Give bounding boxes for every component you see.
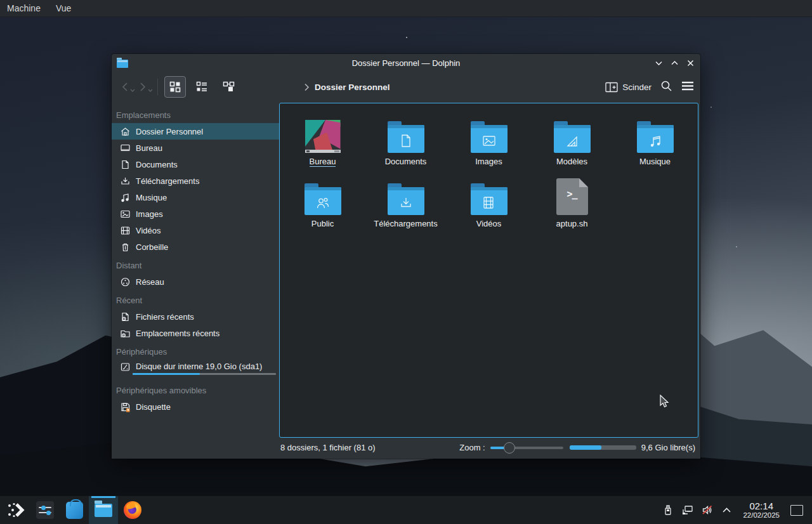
titlebar[interactable]: Dossier Personnel — Dolphin — [112, 54, 700, 72]
sidebar-item-image[interactable]: Images — [112, 206, 279, 222]
menu-machine[interactable]: Machine — [0, 0, 48, 16]
menu-vue[interactable]: Vue — [48, 0, 79, 16]
forward-history-caret[interactable] — [148, 83, 153, 95]
sidebar-item-trash[interactable]: Corbeille — [112, 239, 279, 255]
maximize-button[interactable] — [669, 58, 679, 68]
icons-view-button[interactable] — [164, 76, 186, 98]
minimize-button[interactable] — [653, 58, 664, 68]
folder-templates-icon — [554, 112, 591, 154]
folder-view[interactable]: BureauDocumentsImagesModèlesMusiquePubli… — [279, 103, 698, 438]
desktop-icon — [120, 143, 131, 154]
sidebar-item-file-clock[interactable]: Fichiers récents — [112, 308, 279, 325]
file-label: Documents — [385, 157, 427, 166]
sidebar-item-folder-clock[interactable]: Emplacements récents — [112, 325, 279, 341]
sidebar-item-music[interactable]: Musique — [112, 189, 279, 206]
file-item-documents[interactable]: Documents — [364, 112, 447, 174]
file-item-vid-os[interactable]: Vidéos — [447, 174, 530, 237]
sidebar-item-label: Emplacements récents — [136, 329, 219, 338]
taskbar-dolphin-active[interactable] — [89, 496, 118, 524]
sidebar-item-label: Bureau — [136, 143, 162, 153]
back-history-caret[interactable] — [130, 83, 135, 95]
volume-muted-icon[interactable] — [702, 504, 713, 516]
zoom-slider-handle[interactable] — [504, 442, 515, 454]
sidebar-item-label: Musique — [136, 193, 167, 202]
file-clock-icon — [120, 311, 131, 322]
firefox-icon — [123, 501, 142, 520]
free-space-label: 9,6 Gio libre(s) — [641, 443, 695, 452]
folder-download-icon — [388, 174, 424, 216]
file-item-mod-les[interactable]: Modèles — [530, 112, 613, 174]
sidebar-item-label: Disque dur interne 19,0 Gio (sda1) — [136, 362, 262, 371]
folder-video-icon — [471, 174, 508, 216]
file-item-bureau[interactable]: Bureau — [281, 112, 364, 174]
places-panel: EmplacementsDossier PersonnelBureauDocum… — [112, 102, 279, 459]
sidebar-item-label: Images — [136, 209, 163, 219]
sidebar-item-video[interactable]: Vidéos — [112, 222, 279, 239]
harddisk-icon — [120, 362, 131, 372]
places-section-title: Emplacements — [112, 105, 279, 123]
terminal-prompt-glyph: >_ — [566, 188, 577, 200]
dolphin-window: Dossier Personnel — Dolphin — [112, 54, 700, 459]
sidebar-item-network[interactable]: Réseau — [112, 273, 279, 290]
search-icon[interactable] — [660, 80, 672, 95]
trash-icon — [120, 242, 131, 252]
video-icon — [120, 225, 131, 236]
file-item-public[interactable]: Public — [281, 174, 364, 237]
close-button[interactable] — [685, 58, 695, 68]
file-item-t-l-chargements[interactable]: Téléchargements — [364, 174, 447, 237]
file-label: aptup.sh — [556, 219, 588, 228]
folder-image-icon — [471, 112, 508, 154]
sidebar-item-label: Corbeille — [136, 242, 168, 252]
clock-date: 22/02/2025 — [743, 511, 780, 519]
system-settings-icon — [36, 501, 55, 520]
zoom-slider[interactable] — [490, 442, 563, 454]
details-view-button[interactable] — [191, 76, 213, 98]
tree-view-button[interactable] — [218, 76, 239, 98]
sidebar-item-label: Réseau — [136, 277, 164, 287]
sidebar-item-harddisk[interactable]: Disque dur interne 19,0 Gio (sda1) — [112, 360, 279, 380]
places-section-title: Récent — [112, 290, 279, 308]
clock-time: 02:14 — [743, 501, 780, 511]
folder-clock-icon — [120, 328, 131, 339]
sidebar-item-label: Documents — [136, 160, 178, 169]
places-section-title: Distant — [112, 255, 279, 273]
statusbar: 8 dossiers, 1 fichier (81 o) Zoom : 9,6 … — [279, 438, 698, 459]
shell-script-icon: >_ — [556, 174, 588, 216]
statusbar-summary: 8 dossiers, 1 fichier (81 o) — [280, 443, 376, 452]
expand-tray-icon[interactable] — [721, 505, 732, 515]
sidebar-item-desktop[interactable]: Bureau — [112, 140, 279, 156]
split-view-label: Scinder — [622, 82, 652, 92]
download-icon — [120, 176, 131, 187]
sidebar-item-home[interactable]: Dossier Personnel — [112, 123, 279, 140]
taskbar-discover[interactable] — [60, 496, 89, 524]
sidebar-item-download[interactable]: Téléchargements — [112, 173, 279, 189]
taskbar-system-settings[interactable] — [30, 496, 60, 524]
file-item-musique[interactable]: Musique — [613, 112, 697, 174]
zoom-label: Zoom : — [459, 443, 485, 452]
places-section-title: Périphériques — [112, 341, 279, 360]
network-icon[interactable] — [682, 504, 693, 516]
breadcrumb-current-folder[interactable]: Dossier Personnel — [315, 82, 390, 92]
taskbar-application-launcher[interactable] — [1, 496, 30, 524]
usb-device-icon[interactable] — [662, 504, 674, 516]
sidebar-item-floppy[interactable]: Disquette — [112, 398, 279, 415]
file-label: Musique — [639, 157, 671, 166]
sidebar-item-label: Dossier Personnel — [136, 127, 203, 136]
hamburger-menu-icon[interactable] — [681, 81, 694, 93]
window-title: Dossier Personnel — Dolphin — [112, 58, 700, 68]
sidebar-item-document[interactable]: Documents — [112, 156, 279, 173]
taskbar-firefox[interactable] — [118, 496, 147, 524]
application-launcher-icon — [6, 501, 25, 520]
split-view-button[interactable]: Scinder — [605, 82, 652, 93]
digital-clock[interactable]: 02:14 22/02/2025 — [743, 501, 780, 519]
file-label: Bureau — [310, 157, 336, 167]
file-item-images[interactable]: Images — [447, 112, 530, 174]
show-desktop-button[interactable] — [790, 505, 803, 516]
floppy-icon — [120, 402, 131, 412]
forward-button[interactable] — [136, 78, 150, 96]
file-item-aptup-sh[interactable]: >_aptup.sh — [530, 174, 613, 237]
back-button[interactable] — [118, 78, 132, 96]
free-space-bar — [570, 445, 636, 450]
breadcrumb[interactable]: Dossier Personnel — [304, 82, 390, 92]
sidebar-item-label: Téléchargements — [136, 176, 199, 186]
